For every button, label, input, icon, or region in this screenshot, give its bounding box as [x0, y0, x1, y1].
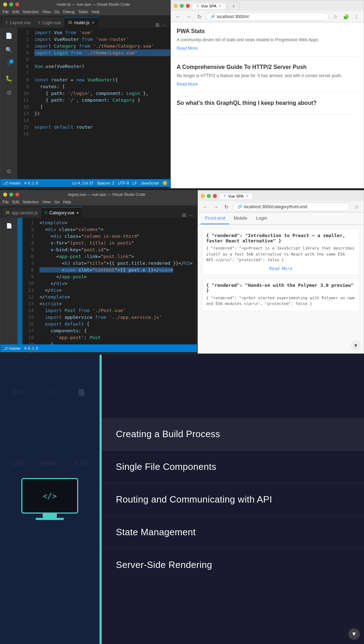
scroll-to-bottom-button[interactable]: ▼: [348, 628, 360, 640]
source-control-icon[interactable]: ⑂: [4, 59, 14, 69]
menu-selection[interactable]: Selection: [23, 10, 39, 14]
article-title: PWA Stats: [177, 28, 358, 34]
menu-view[interactable]: View: [42, 200, 51, 204]
tab-title: Vue SPA: [201, 4, 216, 8]
window-controls-bottom[interactable]: [3, 193, 19, 197]
read-more-link[interactable]: Read More: [206, 266, 355, 271]
nav-tab-mobile[interactable]: Mobile: [229, 213, 251, 224]
back-button[interactable]: ←: [174, 12, 182, 21]
close-button[interactable]: [15, 2, 19, 6]
split-editor-icon[interactable]: ⊞: [155, 22, 160, 28]
menu-debug[interactable]: Debug: [63, 10, 74, 14]
vscode-menubar-bottom: File Edit Selection View Go Help: [0, 198, 197, 205]
course-menu: Creating a Build Process Single File Com…: [102, 355, 364, 644]
cursor-position: Ln 4, Col 37: [72, 181, 93, 185]
menu-button[interactable]: ⋮: [352, 12, 361, 21]
bookmark-button[interactable]: ☆: [352, 203, 361, 211]
read-more-link[interactable]: Read More: [177, 46, 358, 51]
extensions-button[interactable]: 🧩: [342, 12, 350, 21]
forward-button[interactable]: →: [184, 12, 193, 21]
extensions-icon[interactable]: ⊞: [4, 87, 14, 97]
menu-edit[interactable]: Edit: [12, 200, 19, 204]
tab-app-service[interactable]: JS app.service.js: [2, 207, 41, 218]
code-editor-bottom[interactable]: <template> <div class="columns"> <div cl…: [37, 218, 197, 344]
browser-content-top: PWA Stats A community-driven list of sta…: [171, 22, 364, 188]
address-bar-bottom[interactable]: 🔗 localhost:3000/category/front-end: [233, 203, 350, 211]
browser-nav-tabs: Front-end Mobile Login: [198, 213, 364, 225]
tab-layout-vue[interactable]: V Layout.vue: [2, 17, 34, 28]
menu-file[interactable]: File: [2, 10, 9, 14]
encoding: UTF-8: [118, 181, 129, 185]
course-item-state[interactable]: State Management: [102, 516, 364, 549]
browser-maximize[interactable]: [180, 4, 184, 8]
json-title: { "rendered": "Hands-on with the Polymer…: [206, 283, 355, 293]
back-button[interactable]: ←: [201, 203, 209, 211]
tab-category-vue[interactable]: V Category.vue ●: [41, 207, 82, 218]
json-title: { "rendered": "Introduction to Preact — …: [206, 233, 355, 243]
browser-window-controls-bottom[interactable]: [201, 194, 217, 198]
explorer-icon[interactable]: 📄: [4, 221, 14, 231]
menu-view[interactable]: View: [42, 10, 51, 14]
browser-tab-vue-spa-bottom[interactable]: V Vue SPA ✕: [219, 193, 253, 199]
search-icon[interactable]: 🔍: [4, 45, 14, 55]
minimize-button[interactable]: [3, 193, 7, 197]
menu-help[interactable]: Help: [92, 10, 100, 14]
window-controls-top[interactable]: [3, 2, 19, 6]
maximize-button[interactable]: [9, 193, 13, 197]
maximize-button[interactable]: [9, 2, 13, 6]
tab-router-js[interactable]: JS router.js ✕: [64, 17, 98, 28]
forward-button[interactable]: →: [212, 203, 220, 211]
browser-close[interactable]: [186, 4, 190, 8]
url-text: localhost:3000/category/front-end: [244, 204, 307, 209]
git-branch[interactable]: ⎇ master: [3, 346, 21, 351]
scroll-bottom-button[interactable]: ▼: [351, 340, 361, 350]
refresh-button[interactable]: ↻: [195, 12, 204, 21]
browser-minimize[interactable]: [201, 194, 205, 198]
course-item-routing[interactable]: Routing and Communicating with API: [102, 483, 364, 516]
course-item-sfc[interactable]: Single File Components: [102, 451, 364, 483]
json-body: { "rendered": "<p>Get started experiment…: [206, 295, 355, 307]
errors-count: ✕ 0 ⚠ 0: [24, 181, 38, 186]
close-tab-icon[interactable]: ✕: [91, 20, 95, 25]
line-numbers-top: 12345 678910 1112131415 16: [17, 28, 32, 179]
menu-help[interactable]: Help: [63, 200, 71, 204]
read-more-link[interactable]: Read More: [177, 82, 358, 87]
nav-tab-login[interactable]: Login: [252, 213, 272, 224]
menu-go[interactable]: Go: [54, 200, 60, 204]
menu-selection[interactable]: Selection: [23, 200, 39, 204]
menu-tasks[interactable]: Tasks: [78, 10, 88, 14]
course-item-build[interactable]: Creating a Build Process: [102, 418, 364, 451]
browser-maximize[interactable]: [207, 194, 211, 198]
refresh-button[interactable]: ↻: [222, 203, 231, 211]
more-actions-icon[interactable]: ···: [188, 212, 193, 218]
browser-tab-vue-spa[interactable]: V Vue SPA ✕: [192, 3, 226, 9]
menu-go[interactable]: Go: [54, 10, 60, 14]
close-tab-icon[interactable]: ✕: [219, 4, 221, 8]
monitor-graphic: </>: [21, 478, 78, 521]
article-card-pwa: PWA Stats A community-driven list of sta…: [177, 28, 358, 57]
bookmark-button[interactable]: ☆: [331, 12, 339, 21]
browser-window-controls[interactable]: [174, 4, 190, 8]
git-branch[interactable]: ⎇ master: [3, 181, 21, 186]
language-mode[interactable]: JavaScript: [141, 181, 159, 185]
more-actions-icon[interactable]: ···: [162, 22, 166, 28]
vscode-titlebar-bottom: tegory.vue — vue-spa — Visual Studio Cod…: [0, 190, 197, 198]
split-editor-icon[interactable]: ⊞: [182, 212, 186, 218]
menu-edit[interactable]: Edit: [12, 10, 19, 14]
close-button[interactable]: [15, 193, 19, 197]
explorer-icon[interactable]: 📄: [4, 31, 14, 41]
new-tab[interactable]: +: [228, 2, 240, 10]
course-item-ssr[interactable]: Server-Side Rendering: [102, 549, 364, 581]
js-icon: JS: [68, 21, 72, 25]
menu-file[interactable]: File: [2, 200, 9, 204]
close-tab-icon[interactable]: ✕: [246, 194, 248, 198]
debug-icon[interactable]: 🐛: [4, 73, 14, 83]
address-bar-top[interactable]: 🔗 localhost:3000/#/: [206, 12, 329, 21]
tab-login-vue[interactable]: V Login.vue: [34, 17, 64, 28]
nav-tab-frontend[interactable]: Front-end: [201, 213, 229, 224]
code-editor-top[interactable]: import Vue from 'vue' import VueRouter f…: [32, 28, 170, 179]
browser-close[interactable]: [213, 194, 217, 198]
browser-minimize[interactable]: [174, 4, 178, 8]
minimize-button[interactable]: [3, 2, 7, 6]
settings-icon[interactable]: ⚙: [4, 166, 14, 176]
